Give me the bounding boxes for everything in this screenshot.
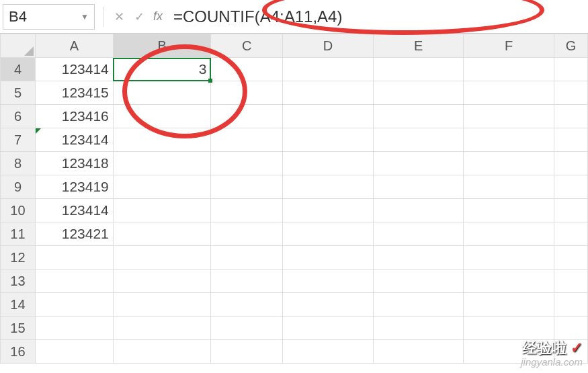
cell-C4[interactable] (211, 58, 283, 81)
cell-G4[interactable] (554, 58, 588, 81)
row-header-5[interactable]: 5 (1, 81, 36, 105)
row-header-6[interactable]: 6 (1, 105, 36, 128)
col-header-E[interactable]: E (373, 34, 464, 58)
name-box-value: B4 (9, 8, 27, 26)
cell-A7[interactable]: 123414 (35, 128, 113, 152)
chevron-down-icon[interactable]: ▼ (81, 12, 89, 22)
col-header-G[interactable]: G (554, 34, 588, 58)
col-header-F[interactable]: F (464, 34, 554, 58)
cell-B4[interactable]: 3 (113, 58, 211, 81)
name-box[interactable]: B4 ▼ (3, 4, 95, 30)
formula-bar: B4 ▼ ✕ ✓ fx =COUNTIF(A4:A11,A4) (0, 0, 588, 34)
col-header-C[interactable]: C (211, 34, 283, 58)
row-header-15[interactable]: 15 (1, 317, 36, 340)
row-header-13[interactable]: 13 (1, 270, 36, 293)
watermark: 经验啦 ✓ jingyanla.com (521, 340, 583, 368)
cell-E4[interactable] (373, 58, 464, 81)
error-indicator-icon[interactable] (36, 128, 41, 134)
cancel-icon[interactable]: ✕ (109, 9, 129, 24)
cell-F4[interactable] (464, 58, 554, 81)
col-header-D[interactable]: D (283, 34, 374, 58)
fx-icon[interactable]: fx (153, 9, 163, 24)
fill-handle[interactable] (208, 79, 212, 83)
select-all-corner[interactable] (1, 34, 36, 58)
cell-A10[interactable]: 123414 (35, 199, 113, 222)
row-header-14[interactable]: 14 (1, 293, 36, 317)
cell-B5[interactable] (113, 81, 211, 105)
row-header-7[interactable]: 7 (1, 128, 36, 152)
row-header-12[interactable]: 12 (1, 246, 36, 270)
cell-A11[interactable]: 123421 (35, 222, 113, 246)
cell-D4[interactable] (283, 58, 374, 81)
row-header-10[interactable]: 10 (1, 199, 36, 222)
cell-A9[interactable]: 123419 (35, 175, 113, 199)
cell-A5[interactable]: 123415 (35, 81, 113, 105)
row-header-8[interactable]: 8 (1, 152, 36, 175)
formula-input[interactable]: =COUNTIF(A4:A11,A4) (169, 7, 588, 26)
cell-A8[interactable]: 123418 (35, 152, 113, 175)
col-header-A[interactable]: A (35, 34, 113, 58)
spreadsheet-grid[interactable]: A B C D E F G 4 123414 3 5123415 6123416… (0, 34, 588, 364)
row-header-9[interactable]: 9 (1, 175, 36, 199)
col-header-B[interactable]: B (113, 34, 211, 58)
row-header-11[interactable]: 11 (1, 222, 36, 246)
separator (103, 7, 103, 27)
confirm-icon[interactable]: ✓ (129, 9, 149, 24)
row-header-4[interactable]: 4 (1, 58, 36, 81)
row-header-16[interactable]: 16 (1, 340, 36, 364)
cell-A6[interactable]: 123416 (35, 105, 113, 128)
cell-A4[interactable]: 123414 (35, 58, 113, 81)
